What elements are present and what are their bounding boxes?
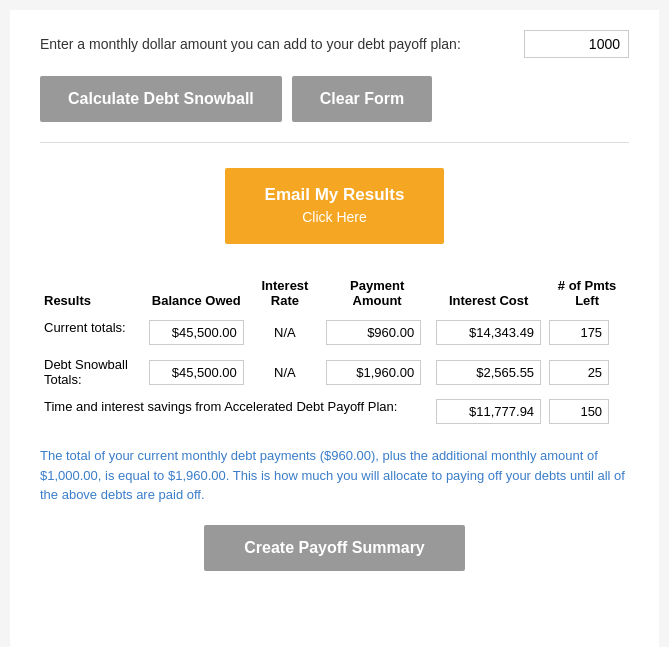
row-snowball-pmts <box>545 351 629 393</box>
current-payment-input[interactable] <box>326 320 421 345</box>
email-line2: Click Here <box>302 209 367 225</box>
savings-interest <box>432 393 545 430</box>
calculate-snowball-button[interactable]: Calculate Debt Snowball <box>40 76 282 122</box>
bottom-button-wrapper: Create Payoff Summary <box>40 525 629 571</box>
snowball-balance-input[interactable] <box>149 360 244 385</box>
col-header-rate: Interest Rate <box>248 272 322 314</box>
row-current-interest <box>432 314 545 351</box>
snowball-payment-input[interactable] <box>326 360 421 385</box>
table-row: Current totals: N/A <box>40 314 629 351</box>
savings-pmts-input[interactable] <box>549 399 609 424</box>
row-snowball-interest <box>432 351 545 393</box>
main-container: Enter a monthly dollar amount you can ad… <box>10 10 659 647</box>
monthly-amount-row: Enter a monthly dollar amount you can ad… <box>40 30 629 58</box>
email-button-wrapper: Email My Results Click Here <box>40 168 629 244</box>
current-balance-input[interactable] <box>149 320 244 345</box>
monthly-amount-label: Enter a monthly dollar amount you can ad… <box>40 36 524 52</box>
current-interest-input[interactable] <box>436 320 541 345</box>
monthly-amount-input[interactable] <box>524 30 629 58</box>
clear-form-button[interactable]: Clear Form <box>292 76 432 122</box>
row-snowball-rate: N/A <box>248 351 322 393</box>
divider <box>40 142 629 143</box>
row-snowball-balance <box>145 351 248 393</box>
action-buttons-row: Calculate Debt Snowball Clear Form <box>40 76 629 122</box>
create-summary-button[interactable]: Create Payoff Summary <box>204 525 465 571</box>
table-row: Time and interest savings from Accelerat… <box>40 393 629 430</box>
col-header-payment: Payment Amount <box>322 272 432 314</box>
savings-interest-input[interactable] <box>436 399 541 424</box>
snowball-pmts-input[interactable] <box>549 360 609 385</box>
row-current-balance <box>145 314 248 351</box>
info-text: The total of your current monthly debt p… <box>40 446 629 505</box>
col-header-results: Results <box>40 272 145 314</box>
savings-label: Time and interest savings from Accelerat… <box>40 393 432 430</box>
col-header-balance: Balance Owed <box>145 272 248 314</box>
row-current-pmts <box>545 314 629 351</box>
table-row: Debt Snowball Totals: N/A <box>40 351 629 393</box>
col-header-interest: Interest Cost <box>432 272 545 314</box>
col-header-pmts: # of Pmts Left <box>545 272 629 314</box>
email-results-button[interactable]: Email My Results Click Here <box>225 168 445 244</box>
table-header-row: Results Balance Owed Interest Rate Payme… <box>40 272 629 314</box>
results-table: Results Balance Owed Interest Rate Payme… <box>40 272 629 430</box>
row-snowball-label: Debt Snowball Totals: <box>40 351 145 393</box>
email-line1: Email My Results <box>265 185 405 204</box>
row-current-rate: N/A <box>248 314 322 351</box>
current-pmts-input[interactable] <box>549 320 609 345</box>
savings-pmts <box>545 393 629 430</box>
row-snowball-payment <box>322 351 432 393</box>
snowball-interest-input[interactable] <box>436 360 541 385</box>
row-current-label: Current totals: <box>40 314 145 351</box>
row-current-payment <box>322 314 432 351</box>
